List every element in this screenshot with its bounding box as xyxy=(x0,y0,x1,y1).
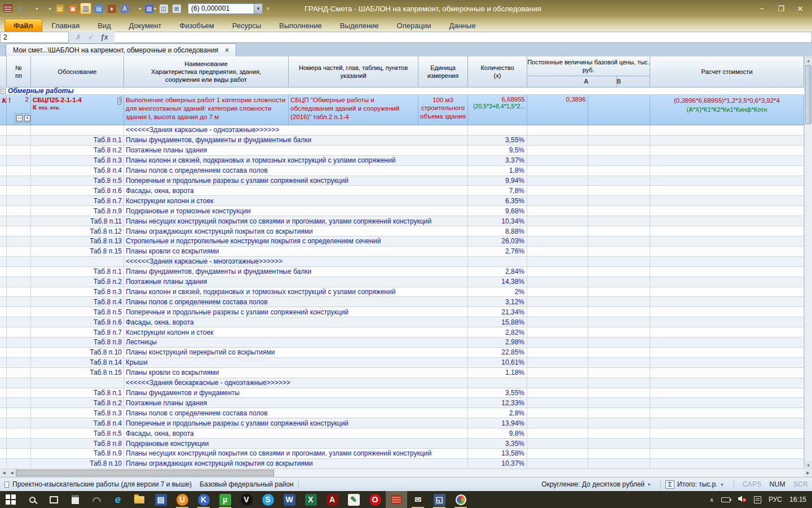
const-a-cell[interactable] xyxy=(527,277,588,287)
table-row[interactable]: Таб.8 п.7Конструкции колонн и стоек2,82% xyxy=(0,327,804,338)
const-b-cell[interactable] xyxy=(588,338,650,348)
notepad-icon[interactable]: ✎ xyxy=(343,491,364,508)
calc-cell[interactable] xyxy=(650,297,804,307)
expand-row-icon[interactable]: + xyxy=(24,115,30,121)
const-b-cell[interactable] xyxy=(588,378,650,388)
row-number-cell[interactable]: ! 2 − + xyxy=(7,95,31,125)
quantity-cell[interactable]: 13,58% xyxy=(468,449,527,459)
ribbon-tab-операции[interactable]: Операции xyxy=(389,19,440,32)
calc-cell[interactable] xyxy=(650,237,804,247)
obosnovanie-cell[interactable]: Таб.8 п.6 xyxy=(31,186,124,196)
const-a-cell[interactable] xyxy=(527,196,588,206)
references-icon[interactable]: ▤ xyxy=(54,3,65,14)
scroll-left-icon[interactable]: ◀ xyxy=(0,469,8,477)
obosnovanie-cell[interactable]: Таб.8 п.15 xyxy=(31,368,124,378)
quantity-cell[interactable]: 3,55% xyxy=(468,135,527,146)
quantity-cell[interactable]: 3,35% xyxy=(468,439,527,449)
nomera-cell[interactable]: СБЦП "Обмерные работы и обследования зда… xyxy=(289,95,418,125)
table-row[interactable]: Таб.8 п.12Планы ограждающих конструкций … xyxy=(0,226,804,237)
section-header-row[interactable]: − Обмерные работы xyxy=(0,87,804,95)
name-cell[interactable]: Планы ограждающих конструкций покрытия с… xyxy=(124,459,468,469)
table-row[interactable]: Таб.8 п.9Подкрановые и тормозные констру… xyxy=(0,206,804,216)
const-a-cell[interactable] xyxy=(527,439,588,449)
row-number-cell[interactable] xyxy=(7,428,31,439)
const-b-cell[interactable] xyxy=(588,257,650,267)
ribbon-tab-документ[interactable]: Документ xyxy=(121,19,170,32)
const-b-cell[interactable] xyxy=(588,247,650,257)
quantity-cell[interactable]: 2,98% xyxy=(468,338,527,348)
quantity-cell[interactable]: 22,85% xyxy=(468,348,527,358)
row-number-cell[interactable] xyxy=(7,378,31,388)
calc-cell[interactable] xyxy=(650,388,804,398)
const-b-cell[interactable] xyxy=(588,196,650,206)
table-row[interactable]: Таб.8 п.8Лестницы2,98% xyxy=(0,338,804,348)
obosnovanie-cell[interactable]: Таб.8 п.2 xyxy=(31,277,124,287)
const-a-cell[interactable] xyxy=(527,247,588,257)
ribbon-tab-главная[interactable]: Главная xyxy=(43,19,88,32)
obosnovanie-cell[interactable]: Таб.8 п.15 xyxy=(31,247,124,257)
row-number-cell[interactable] xyxy=(7,449,31,459)
table-row[interactable]: Таб.8 п.7Конструкции колонн и стоек6,35% xyxy=(0,196,804,206)
const-a-cell[interactable] xyxy=(527,317,588,327)
table-row[interactable]: Таб.8 п.15Планы кровли со вскрытиями2,76… xyxy=(0,247,804,257)
table-row[interactable]: Таб.8 п.2Поэтажные планы здания9,5% xyxy=(0,146,804,156)
obosnovanie-cell[interactable]: Таб.8 п.10 xyxy=(31,459,124,469)
group-label-row[interactable]: <<<<<<Здания каркасные - одноэтажные>>>>… xyxy=(0,125,804,135)
table-row[interactable]: Таб.8 п.14Крыши10,61% xyxy=(0,358,804,368)
name-cell[interactable]: Конструкции колонн и стоек xyxy=(124,196,468,206)
function-icon[interactable]: ƒx xyxy=(100,33,108,41)
app-logo-icon[interactable] xyxy=(2,3,14,14)
calc-cell[interactable] xyxy=(650,408,804,418)
row-number-cell[interactable] xyxy=(7,146,31,156)
row-number-cell[interactable] xyxy=(7,125,31,135)
obosnovanie-cell[interactable] xyxy=(31,378,124,388)
stamp-icon[interactable]: ♦ xyxy=(106,3,117,14)
edge-icon[interactable]: e xyxy=(107,491,129,508)
opera-icon[interactable]: O xyxy=(364,491,386,508)
const-b-cell[interactable] xyxy=(588,398,650,408)
document-tab[interactable]: Мои смет...\ШАБЛОН на капремонт, обмероч… xyxy=(6,43,236,56)
name-cell[interactable]: Поперечные и продольные разрезы с узлами… xyxy=(124,307,468,317)
obosnovanie-cell[interactable]: Таб.8 п.9 xyxy=(31,449,124,459)
quantity-cell[interactable]: 2% xyxy=(468,287,527,297)
quantity-cell[interactable]: 3,12% xyxy=(468,297,527,307)
table-row[interactable]: Таб.8 п.1Планы фундаментов и фундаменты3… xyxy=(0,388,804,398)
ribbon-tab-файл[interactable]: Файл xyxy=(5,19,42,32)
row-number-cell[interactable] xyxy=(7,135,31,146)
const-b-cell[interactable] xyxy=(588,125,650,135)
approve-icon[interactable]: А xyxy=(119,3,130,14)
name-cell[interactable]: Поэтажные планы здания xyxy=(124,146,468,156)
const-a-cell[interactable] xyxy=(527,378,588,388)
row-number-cell[interactable] xyxy=(7,327,31,338)
wifi-icon[interactable] xyxy=(86,491,107,508)
const-b-cell[interactable] xyxy=(588,135,650,146)
quantity-cell[interactable]: 2,84% xyxy=(468,267,527,277)
const-a-cell[interactable] xyxy=(527,125,588,135)
utorrent-icon[interactable]: µ xyxy=(214,491,236,508)
const-a-cell[interactable] xyxy=(527,226,588,237)
table-row[interactable]: Таб.8 п.10Планы ограждающих конструкций … xyxy=(0,459,804,469)
const-b-cell[interactable] xyxy=(588,146,650,156)
const-b-cell[interactable] xyxy=(588,216,650,226)
name-cell[interactable]: Подкрановые и тормозные конструкции xyxy=(124,206,468,216)
quantity-cell[interactable]: 7,8% xyxy=(468,186,527,196)
const-b-cell[interactable] xyxy=(588,156,650,166)
const-a-cell[interactable] xyxy=(527,428,588,439)
obosnovanie-cell[interactable]: Таб.8 п.1 xyxy=(31,135,124,146)
calc-cell[interactable] xyxy=(650,166,804,176)
speaker-muted-icon[interactable] xyxy=(738,495,747,504)
calc-cell[interactable] xyxy=(650,247,804,257)
calc-cell[interactable] xyxy=(650,327,804,338)
row-number-cell[interactable] xyxy=(7,307,31,317)
row-number-cell[interactable] xyxy=(7,196,31,206)
ribbon-tab-данные[interactable]: Данные xyxy=(440,19,484,32)
obosnovanie-cell[interactable]: Таб.8 п.2 xyxy=(31,398,124,408)
const-a-cell[interactable] xyxy=(527,368,588,378)
quantity-cell[interactable]: 9,5% xyxy=(468,146,527,156)
name-cell[interactable]: Планы кровли со вскрытиями xyxy=(124,247,468,257)
name-cell[interactable]: Планы конструкций перекрытий со вскрытия… xyxy=(124,348,468,358)
name-cell[interactable]: Крыши xyxy=(124,358,468,368)
quantity-cell[interactable]: 2,76% xyxy=(468,247,527,257)
obosnovanie-cell[interactable]: Таб.8 п.3 xyxy=(31,156,124,166)
name-cell[interactable]: Планы кровли со вскрытиями xyxy=(124,368,468,378)
